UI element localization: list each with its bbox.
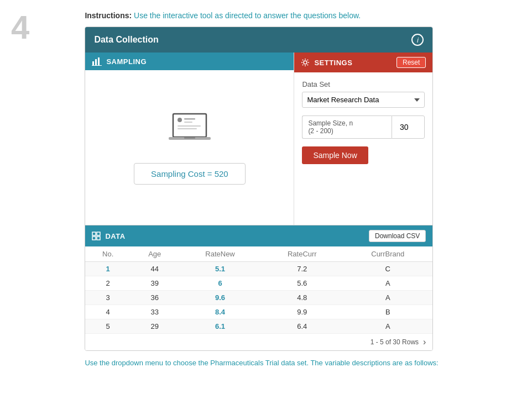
sampling-cost-text: Sampling Cost = 520	[151, 169, 228, 179]
cell-currbrand: C	[343, 262, 432, 276]
dataset-select[interactable]: Market Research Data Pharmaceuticals Tri…	[302, 92, 425, 108]
col-header-no: No.	[85, 246, 131, 262]
svg-rect-2	[98, 57, 100, 65]
settings-label: SETTINGS	[314, 59, 352, 67]
table-row: 4 33 8.4 9.9 B	[85, 305, 432, 319]
table-header: No. Age RateNew RateCurr CurrBrand	[85, 246, 432, 262]
grid-icon	[92, 232, 101, 240]
cell-ratenew: 6.1	[179, 319, 262, 334]
panel-header: Data Collection i	[85, 27, 432, 53]
gear-icon	[301, 58, 310, 67]
data-table: No. Age RateNew RateCurr CurrBrand 1 44 …	[85, 246, 432, 334]
sample-size-label-box: Sample Size, n (2 - 200)	[302, 116, 392, 139]
svg-line-18	[307, 65, 308, 65]
cell-ratecurr: 6.4	[262, 319, 343, 334]
cell-ratenew: 8.4	[179, 305, 262, 319]
info-icon[interactable]: i	[411, 34, 424, 46]
svg-rect-23	[92, 237, 96, 240]
settings-header: SETTINGS Reset	[294, 53, 432, 72]
cell-age: 36	[131, 291, 179, 305]
data-header-left: DATA	[92, 232, 125, 240]
pagination-row: 1 - 5 of 30 Rows ›	[85, 334, 432, 350]
settings-column: SETTINGS Reset Data Set Market Research …	[294, 53, 432, 225]
cell-no: 2	[85, 276, 131, 291]
sample-now-button[interactable]: Sample Now	[302, 146, 368, 164]
cell-ratenew: 5.1	[179, 262, 262, 276]
sampling-column: SAMPLING	[85, 53, 294, 225]
reset-button[interactable]: Reset	[396, 57, 426, 68]
col-header-ratecurr: RateCurr	[262, 246, 343, 262]
cell-no: 4	[85, 305, 131, 319]
cell-no: 5	[85, 319, 131, 334]
data-header: DATA Download CSV	[85, 225, 432, 246]
cell-currbrand: A	[343, 276, 432, 291]
panel-body: SAMPLING	[85, 53, 432, 350]
data-section: DATA Download CSV No. Age RateNew RateCu…	[85, 225, 432, 350]
svg-line-17	[302, 60, 303, 60]
cell-age: 29	[131, 319, 179, 334]
svg-line-19	[307, 60, 308, 60]
cell-no: 3	[85, 291, 131, 305]
table-body: 1 44 5.1 7.2 C 2 39 6 5.6 A 3 36 9.6 4.8…	[85, 262, 432, 334]
cell-ratenew: 9.6	[179, 291, 262, 305]
cell-currbrand: A	[343, 319, 432, 334]
sample-size-input[interactable]	[392, 116, 425, 139]
dataset-label: Data Set	[302, 80, 425, 88]
cell-age: 33	[131, 305, 179, 319]
two-col-layout: SAMPLING	[85, 53, 432, 225]
cell-ratecurr: 7.2	[262, 262, 343, 276]
instructions-prefix: Instructions:	[85, 11, 132, 20]
svg-rect-0	[92, 61, 94, 65]
cell-ratenew: 6	[179, 276, 262, 291]
cell-no: 1	[85, 262, 131, 276]
cell-currbrand: B	[343, 305, 432, 319]
svg-rect-1	[95, 59, 97, 65]
settings-header-left: SETTINGS	[301, 58, 352, 67]
svg-line-20	[302, 65, 303, 65]
svg-rect-24	[97, 237, 100, 240]
sample-size-range: (2 - 200)	[308, 127, 386, 135]
data-section-label: DATA	[105, 232, 125, 240]
cell-ratecurr: 5.6	[262, 276, 343, 291]
cell-currbrand: A	[343, 291, 432, 305]
sampling-cost-box: Sampling Cost = 520	[134, 163, 246, 185]
table-row: 3 36 9.6 4.8 A	[85, 291, 432, 305]
pagination-text: 1 - 5 of 30 Rows	[371, 338, 419, 346]
question-number: 4	[11, 11, 29, 44]
sampling-label: SAMPLING	[106, 57, 147, 66]
table-row: 2 39 6 5.6 A	[85, 276, 432, 291]
cell-ratecurr: 9.9	[262, 305, 343, 319]
bar-chart-icon	[92, 57, 102, 66]
svg-point-12	[304, 61, 307, 64]
col-header-age: Age	[131, 246, 179, 262]
cell-ratecurr: 4.8	[262, 291, 343, 305]
main-panel: Data Collection i	[85, 27, 433, 351]
panel-title: Data Collection	[94, 35, 158, 45]
svg-rect-8	[178, 125, 201, 127]
table-row: 5 29 6.1 6.4 A	[85, 319, 432, 334]
sampling-content: Sampling Cost = 520	[85, 70, 294, 225]
table-row: 1 44 5.1 7.2 C	[85, 262, 432, 276]
svg-rect-7	[184, 122, 192, 123]
col-header-currbrand: CurrBrand	[343, 246, 432, 262]
svg-rect-5	[178, 118, 182, 122]
settings-body: Data Set Market Research Data Pharmaceut…	[294, 72, 432, 225]
table-header-row: No. Age RateNew RateCurr CurrBrand	[85, 246, 432, 262]
sample-size-row: Sample Size, n (2 - 200)	[302, 116, 425, 139]
svg-rect-3	[92, 65, 102, 66]
svg-rect-21	[92, 232, 96, 235]
laptop-icon	[168, 111, 212, 149]
svg-rect-6	[184, 118, 195, 120]
svg-rect-11	[184, 137, 195, 139]
sample-size-label: Sample Size, n	[308, 119, 386, 127]
cell-age: 39	[131, 276, 179, 291]
svg-rect-9	[178, 128, 197, 129]
instructions: Instructions: Use the interactive tool a…	[85, 11, 438, 20]
cell-age: 44	[131, 262, 179, 276]
instructions-text: Use the interactive tool as directed to …	[132, 11, 361, 20]
sampling-header: SAMPLING	[85, 53, 294, 70]
pagination-next-arrow[interactable]: ›	[423, 337, 426, 347]
svg-rect-22	[97, 232, 100, 235]
bottom-note: Use the dropdown menu to choose the Phar…	[85, 359, 438, 367]
download-csv-button[interactable]: Download CSV	[369, 230, 426, 242]
